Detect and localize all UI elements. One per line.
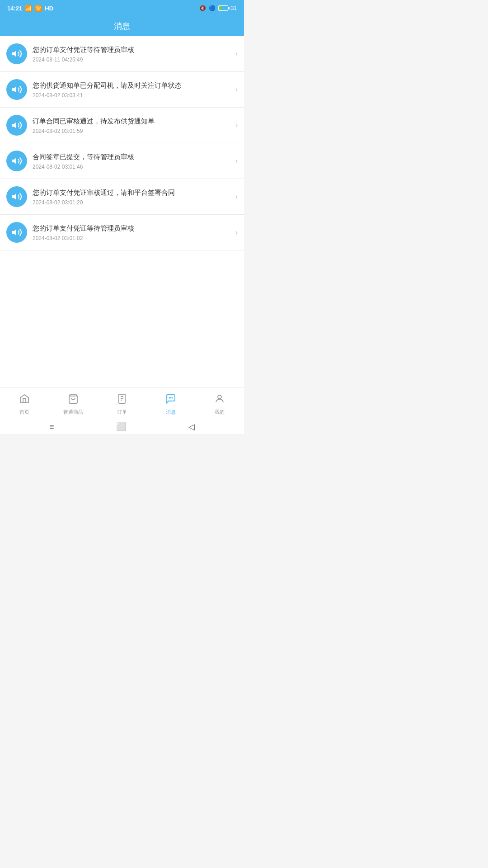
message-content: 您的订单支付凭证等待管理员审核 2024-08-02 03:01:02 xyxy=(33,223,232,242)
message-time: 2024-08-02 03:01:46 xyxy=(33,164,232,170)
messages-icon xyxy=(165,393,176,407)
home-gesture-icon[interactable]: ⬜ xyxy=(116,422,126,432)
chevron-right-icon: › xyxy=(235,85,238,94)
list-item[interactable]: 您的订单支付凭证等待管理员审核 2024-08-11 04:25:49 › xyxy=(0,36,244,72)
gesture-bar: ≡ ⬜ ◁ xyxy=(0,420,244,434)
nav-bar: 消息 xyxy=(0,16,244,36)
mine-icon xyxy=(214,393,225,407)
nav-label-mine: 我的 xyxy=(215,409,225,415)
home-icon xyxy=(19,393,30,407)
svg-rect-1 xyxy=(119,394,125,403)
time-display: 14:21 xyxy=(7,5,22,12)
chevron-right-icon: › xyxy=(235,50,238,58)
message-icon-wrap xyxy=(6,222,27,243)
nav-item-orders[interactable]: 订单 xyxy=(98,393,146,415)
message-title: 您的订单支付凭证等待管理员审核 xyxy=(33,45,232,55)
menu-gesture-icon[interactable]: ≡ xyxy=(49,422,54,432)
message-icon-wrap xyxy=(6,186,27,207)
back-gesture-icon[interactable]: ◁ xyxy=(188,422,195,432)
nav-item-mine[interactable]: 我的 xyxy=(195,393,244,415)
chevron-right-icon: › xyxy=(235,121,238,129)
message-content: 合同签章已提交，等待管理员审核 2024-08-02 03:01:46 xyxy=(33,152,232,170)
svg-point-8 xyxy=(218,395,221,399)
bottom-nav: 首页 普通商品 订单 xyxy=(0,387,244,420)
message-icon-wrap xyxy=(6,43,27,64)
list-item[interactable]: 您的订单支付凭证审核通过，请和平台签署合同 2024-08-02 03:01:2… xyxy=(0,179,244,215)
battery-icon xyxy=(218,5,228,11)
message-time: 2024-08-02 03:03:41 xyxy=(33,92,232,99)
message-time: 2024-08-02 03:01:02 xyxy=(33,235,232,241)
list-item[interactable]: 您的订单支付凭证等待管理员审核 2024-08-02 03:01:02 › xyxy=(0,215,244,250)
message-time: 2024-08-02 03:01:20 xyxy=(33,199,232,206)
message-title: 您的供货通知单已分配司机，请及时关注订单状态 xyxy=(33,80,232,91)
message-icon-wrap xyxy=(6,115,27,136)
message-title: 您的订单支付凭证等待管理员审核 xyxy=(33,223,232,234)
message-icon-wrap xyxy=(6,79,27,100)
list-item[interactable]: 订单合同已审核通过，待发布供货通知单 2024-08-02 03:01:59 › xyxy=(0,108,244,143)
message-title: 合同签章已提交，等待管理员审核 xyxy=(33,152,232,162)
message-content: 您的订单支付凭证等待管理员审核 2024-08-11 04:25:49 xyxy=(33,45,232,63)
battery-level: 31 xyxy=(231,5,237,11)
list-item[interactable]: 合同签章已提交，等待管理员审核 2024-08-02 03:01:46 › xyxy=(0,143,244,179)
hd-label: HD xyxy=(45,5,53,12)
nav-label-orders: 订单 xyxy=(117,409,127,415)
status-bar: 14:21 📶 🛜 HD 🔇 🔵 31 xyxy=(0,0,244,16)
message-content: 您的订单支付凭证审核通过，请和平台签署合同 2024-08-02 03:01:2… xyxy=(33,188,232,206)
nav-item-home[interactable]: 首页 xyxy=(0,393,49,415)
status-left: 14:21 📶 🛜 HD xyxy=(7,5,53,12)
signal-bars-icon: 📶 xyxy=(25,5,32,12)
status-right: 🔇 🔵 31 xyxy=(199,5,237,11)
message-time: 2024-08-02 03:01:59 xyxy=(33,128,232,134)
message-title: 您的订单支付凭证审核通过，请和平台签署合同 xyxy=(33,188,232,198)
page-title: 消息 xyxy=(114,22,130,31)
list-item[interactable]: 您的供货通知单已分配司机，请及时关注订单状态 2024-08-02 03:03:… xyxy=(0,72,244,108)
nav-label-home: 首页 xyxy=(19,409,29,415)
nav-item-goods[interactable]: 普通商品 xyxy=(49,393,98,415)
orders-icon xyxy=(117,393,127,407)
goods-icon xyxy=(68,393,79,407)
bluetooth-icon: 🔵 xyxy=(209,5,216,11)
nav-item-messages[interactable]: 消息 xyxy=(146,393,195,415)
message-content: 订单合同已审核通过，待发布供货通知单 2024-08-02 03:01:59 xyxy=(33,116,232,135)
message-title: 订单合同已审核通过，待发布供货通知单 xyxy=(33,116,232,127)
nav-label-goods: 普通商品 xyxy=(63,409,83,415)
message-time: 2024-08-11 04:25:49 xyxy=(33,57,232,63)
message-content: 您的供货通知单已分配司机，请及时关注订单状态 2024-08-02 03:03:… xyxy=(33,80,232,99)
chevron-right-icon: › xyxy=(235,157,238,165)
wifi-icon: 🛜 xyxy=(35,5,42,12)
message-icon-wrap xyxy=(6,151,27,171)
mute-icon: 🔇 xyxy=(199,5,206,11)
chevron-right-icon: › xyxy=(235,193,238,201)
chevron-right-icon: › xyxy=(235,228,238,236)
nav-label-messages: 消息 xyxy=(166,409,176,415)
message-list: 您的订单支付凭证等待管理员审核 2024-08-11 04:25:49 › 您的… xyxy=(0,36,244,387)
